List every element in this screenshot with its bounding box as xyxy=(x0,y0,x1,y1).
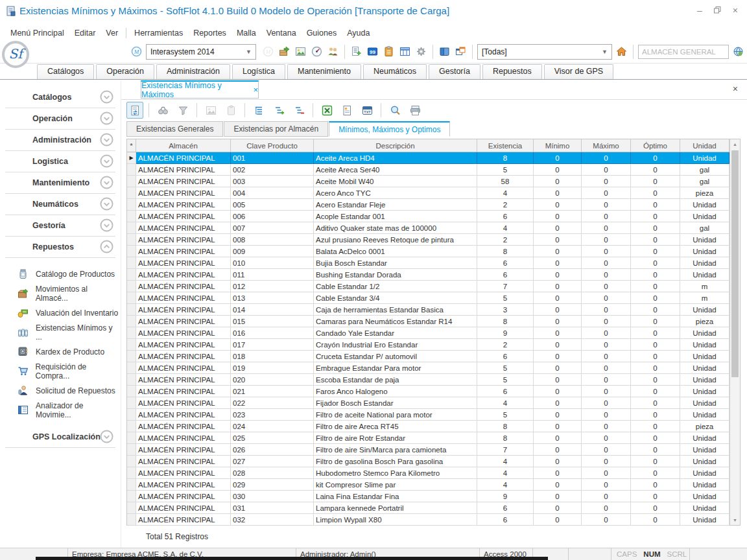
tree-expand-icon[interactable] xyxy=(270,102,287,119)
ribbon-tab-neumaticos[interactable]: Neumáticos xyxy=(363,64,427,79)
gauge-icon[interactable] xyxy=(310,45,324,58)
sidebar-section-neumaticos[interactable]: Neumáticos xyxy=(0,194,121,215)
table-row[interactable]: ALMACÉN PRINCIPAL020Escoba Estandar de p… xyxy=(127,374,740,386)
expand-arrow-icon[interactable] xyxy=(100,430,113,446)
subtab-minimos-maximos-y-optimos[interactable]: Mínimos, Máximos y Optimos xyxy=(329,121,450,137)
expand-arrow-icon[interactable] xyxy=(100,90,113,106)
ribbon-tab-gestoria[interactable]: Gestoría xyxy=(429,64,480,79)
table-icon[interactable] xyxy=(398,45,412,58)
table-row[interactable]: ALMACÉN PRINCIPAL003Aceite Mobil W405800… xyxy=(127,176,740,187)
gear-icon[interactable] xyxy=(414,45,428,58)
tree-list-icon[interactable] xyxy=(250,102,267,119)
table-row[interactable]: ALMACÉN PRINCIPAL032Limpion Wypall X8060… xyxy=(127,514,740,526)
print-preview-icon[interactable] xyxy=(386,102,403,119)
m-badge-icon[interactable]: M xyxy=(130,45,143,58)
ribbon-tab-mantenimiento[interactable]: Mantenimiento xyxy=(287,64,361,79)
warehouse-search-input[interactable] xyxy=(638,45,729,59)
checklist-icon[interactable] xyxy=(382,45,396,58)
sidebar-section-operacion[interactable]: Operación xyxy=(0,108,121,129)
table-row[interactable]: ALMACÉN PRINCIPAL005Acero Estandar Fleje… xyxy=(127,199,740,211)
sidebar-section-catalogos[interactable]: Catálogos xyxy=(0,87,121,108)
expand-arrow-icon[interactable] xyxy=(100,197,113,213)
sidebar-section-logistica[interactable]: Logistica xyxy=(0,151,121,172)
column-header-clave-producto[interactable]: Clave Producto xyxy=(231,139,314,152)
table-row[interactable]: ALMACÉN PRINCIPAL002Aceite Areca Ser4050… xyxy=(127,164,740,176)
scroll-up-icon[interactable]: ▲ xyxy=(730,139,740,149)
column-header-unidad[interactable]: Unidad xyxy=(680,139,729,152)
menu-item-herramientas[interactable]: Herramientas xyxy=(129,27,188,39)
table-row[interactable]: ALMACÉN PRINCIPAL006Acople Estandar 0016… xyxy=(127,211,740,222)
collapse-arrow-icon[interactable] xyxy=(100,240,113,256)
table-row[interactable]: ALMACÉN PRINCIPAL016Candado Yale Estanda… xyxy=(127,327,740,339)
tab-strip-close-icon[interactable]: × xyxy=(733,84,738,94)
sidebar-item-valuacion-del-inventario[interactable]: Valuación del Inventario xyxy=(0,303,121,323)
ribbon-tab-repuestos[interactable]: Repuestos xyxy=(482,64,542,79)
subtab-existencias-por-almacen[interactable]: Existencias por Almacén xyxy=(224,121,328,137)
table-row[interactable]: ALMACÉN PRINCIPAL024Filtro de aire Areca… xyxy=(127,421,740,432)
table-row[interactable]: ALMACÉN PRINCIPAL011Bushing Estandar Dor… xyxy=(127,269,740,281)
globe-icon[interactable] xyxy=(731,45,745,58)
table-row[interactable]: ALMACÉN PRINCIPAL031Lampara kennede Port… xyxy=(127,502,740,514)
document-tab-close-icon[interactable]: × xyxy=(253,85,258,95)
scroll-down-icon[interactable]: ▼ xyxy=(730,515,740,525)
table-row[interactable]: ALMACÉN PRINCIPAL007Aditivo Quaker state… xyxy=(127,222,740,234)
ribbon-tab-catalogos[interactable]: Catálogos xyxy=(37,64,94,79)
restore-button[interactable] xyxy=(714,6,721,14)
sidebar-item-catalogo-de-productos[interactable]: Catálogo de Productos xyxy=(0,264,121,284)
table-row[interactable]: ALMACÉN PRINCIPAL015Camaras para Neumáti… xyxy=(127,316,740,327)
expand-arrow-icon[interactable] xyxy=(100,111,113,128)
table-row[interactable]: ALMACÉN PRINCIPAL014Caja de herramientas… xyxy=(127,304,740,316)
subtab-existencias-generales[interactable]: Existencias Generales xyxy=(126,121,223,137)
picture-icon[interactable] xyxy=(294,45,307,58)
table-row[interactable]: ALMACÉN PRINCIPAL013Cable Estandar 3/450… xyxy=(127,292,740,304)
expand-arrow-icon[interactable] xyxy=(100,154,113,170)
table-row[interactable]: ALMACÉN PRINCIPAL027Filtro de gasolina B… xyxy=(127,456,740,467)
menu-item-ventana[interactable]: Ventana xyxy=(261,27,302,39)
sidebar-section-gps-localizacion[interactable]: GPS Localización xyxy=(0,426,121,447)
ribbon-tab-logistica[interactable]: Logística xyxy=(232,64,285,79)
table-row[interactable]: ALMACÉN PRINCIPAL023Filtro de aceite Nat… xyxy=(127,409,740,421)
table-row[interactable]: ALMACÉN PRINCIPAL008Azul prusiano Reeves… xyxy=(127,234,740,246)
ribbon-tab-visor-de-gps[interactable]: Visor de GPS xyxy=(544,64,614,79)
menu-item-menu-principal[interactable]: Menú Principal xyxy=(5,27,69,39)
scope-combo[interactable]: [Todas]▼ xyxy=(477,44,612,60)
menu-item-guiones[interactable]: Guiones xyxy=(302,27,342,39)
table-row[interactable]: ALMACÉN PRINCIPAL030Laina Fina Estandar … xyxy=(127,491,740,502)
table-row[interactable]: ALMACÉN PRINCIPAL028Hubodometro Stemco P… xyxy=(127,467,740,479)
column-header-maximo[interactable]: Máximo xyxy=(582,139,631,152)
sidebar-item-existencias-minimos-y[interactable]: Existencias Mínimos y ... xyxy=(0,323,121,342)
archive-box-icon[interactable] xyxy=(278,45,291,58)
table-row[interactable]: ALMACÉN PRINCIPAL010Bujia Bosch Estandar… xyxy=(127,257,740,269)
export-report-icon[interactable] xyxy=(338,102,355,119)
menu-item-reportes[interactable]: Reportes xyxy=(188,27,231,39)
sidebar-item-kardex-de-producto[interactable]: Kardex de Producto xyxy=(0,342,121,362)
table-row[interactable]: ALMACÉN PRINCIPAL026Filtro de aire Sin/M… xyxy=(127,444,740,456)
table-row[interactable]: ALMACÉN PRINCIPAL022Fijador Bosch Estand… xyxy=(127,397,740,409)
book-icon[interactable] xyxy=(438,45,451,58)
table-row[interactable]: ALMACÉN PRINCIPAL004Acero Anco TYC4000pi… xyxy=(127,187,740,199)
vertical-scrollbar[interactable]: ▲ ▼ xyxy=(729,139,740,525)
m-badge-icon-disabled[interactable]: M xyxy=(261,45,275,58)
new-report-icon[interactable] xyxy=(350,45,363,58)
paste-icon[interactable] xyxy=(222,102,239,119)
badge-99-icon[interactable]: 99 xyxy=(366,45,379,58)
scroll-thumb[interactable] xyxy=(731,150,739,377)
column-header-minimo[interactable]: Mínimo xyxy=(534,139,582,152)
column-header-almacen[interactable]: Almacén xyxy=(136,139,231,152)
expand-arrow-icon[interactable] xyxy=(100,133,113,149)
document-tab[interactable]: Existencias Mínimos y Máximos × xyxy=(141,80,259,99)
sidebar-section-repuestos[interactable]: Repuestos xyxy=(0,237,121,257)
sidebar-section-mantenimiento[interactable]: Mantenimiento xyxy=(0,172,121,193)
grid-edit-icon[interactable] xyxy=(126,102,143,119)
window-switch-icon[interactable] xyxy=(454,45,468,58)
ribbon-tab-administracion[interactable]: Administración xyxy=(156,64,230,79)
search-icon[interactable] xyxy=(154,102,171,119)
column-header-existencia[interactable]: Existencia xyxy=(477,139,534,152)
tree-collapse-icon[interactable] xyxy=(290,102,307,119)
sidebar-item-requisicion-de-compra[interactable]: Requisición de Compra... xyxy=(0,362,121,381)
menu-item-malla[interactable]: Malla xyxy=(231,27,261,39)
menu-item-ayuda[interactable]: Ayuda xyxy=(342,27,375,39)
close-button[interactable]: × xyxy=(733,6,738,14)
export-excel-icon[interactable] xyxy=(318,102,335,119)
minimize-button[interactable]: – xyxy=(697,6,702,14)
